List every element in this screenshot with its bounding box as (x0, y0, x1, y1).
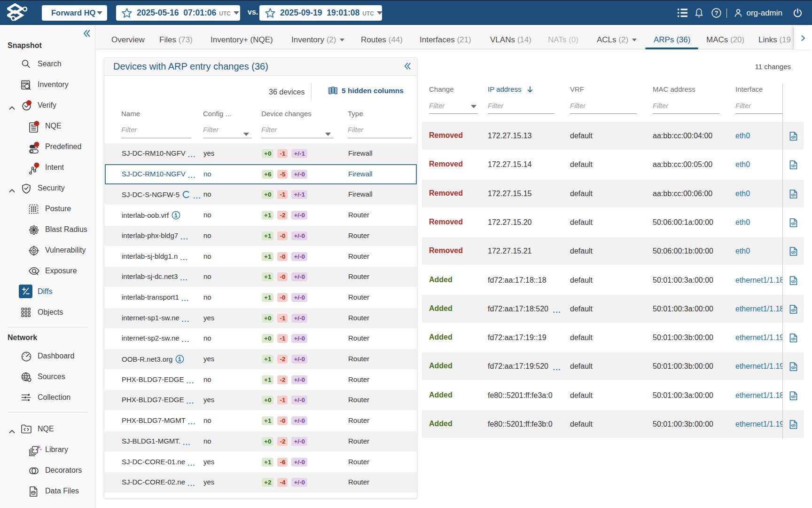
svg-text:?: ? (715, 10, 718, 16)
